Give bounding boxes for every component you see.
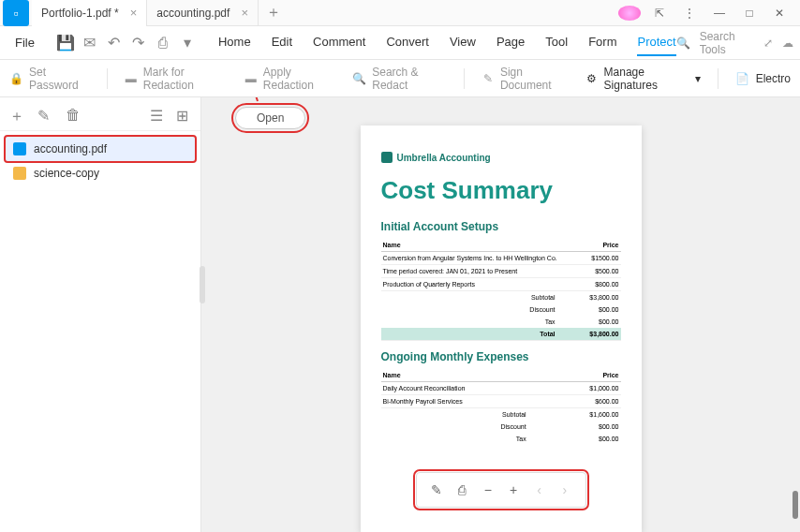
cloud-icon[interactable]: ☁ xyxy=(782,37,793,50)
mail-icon[interactable]: ✉ xyxy=(81,35,98,52)
expand-icon[interactable]: ⤢ xyxy=(763,37,773,50)
mark-redaction-button[interactable]: ▬Mark for Redaction xyxy=(125,66,228,92)
file-menu[interactable]: File xyxy=(6,36,44,50)
search-icon[interactable]: 🔍 xyxy=(676,37,690,50)
sidebar: ＋ ✎ 🗑 ☰ ⊞ accounting.pdf science-copy xyxy=(0,97,201,532)
menu-comment[interactable]: Comment xyxy=(313,29,365,56)
menu-convert[interactable]: Convert xyxy=(386,29,429,56)
menu-edit[interactable]: Edit xyxy=(272,29,292,56)
document-preview: Umbrella Accounting Cost Summary Initial… xyxy=(361,126,642,532)
section-heading: Ongoing Monthly Expenses xyxy=(381,350,621,363)
maximize-icon[interactable]: □ xyxy=(738,7,761,20)
scrollbar[interactable] xyxy=(793,491,798,519)
document-canvas: Open Umbrella Accounting Cost Summary In… xyxy=(201,97,800,532)
tab-accounting[interactable]: accounting.pdf × xyxy=(147,0,259,26)
titlebar: ▫ Portfolio-1.pdf * × accounting.pdf × ＋… xyxy=(0,0,800,26)
set-password-button[interactable]: 🔒Set Password xyxy=(9,66,90,92)
apply-icon: ▬ xyxy=(244,71,258,86)
save-icon[interactable]: 💾 xyxy=(57,35,74,52)
section-heading: Initial Account Setups xyxy=(381,220,621,233)
close-icon[interactable]: × xyxy=(241,6,248,20)
umbrella-icon xyxy=(381,152,393,163)
menu-form[interactable]: Form xyxy=(588,29,616,56)
lock-icon: 🔒 xyxy=(9,71,23,86)
apply-redaction-button[interactable]: ▬Apply Redaction xyxy=(244,66,336,92)
electronic-button[interactable]: 📄Electro xyxy=(735,71,791,86)
doc-title: Cost Summary xyxy=(381,176,621,205)
floating-toolbar: ✎ ⎙ − + ‹ › xyxy=(416,472,586,508)
search-icon: 🔍 xyxy=(352,71,366,86)
annotate-icon[interactable]: ✎ xyxy=(429,482,444,497)
sign-document-button[interactable]: ✎Sign Document xyxy=(481,66,569,92)
prev-page-icon[interactable]: ‹ xyxy=(531,482,546,497)
undo-icon[interactable]: ↶ xyxy=(106,35,123,52)
next-page-icon[interactable]: › xyxy=(557,482,572,497)
kebab-icon[interactable]: ⋮ xyxy=(678,7,701,20)
pdf-file-icon xyxy=(13,142,26,155)
menu-tool[interactable]: Tool xyxy=(545,29,568,56)
menu-protect[interactable]: Protect xyxy=(637,29,675,56)
zoom-out-icon[interactable]: − xyxy=(481,482,496,497)
ai-icon[interactable] xyxy=(618,6,641,21)
close-icon[interactable]: × xyxy=(130,6,138,20)
manage-signatures-button[interactable]: ⚙Manage Signatures▾ xyxy=(585,66,701,92)
gear-icon: ⚙ xyxy=(585,71,599,86)
redo-icon[interactable]: ↷ xyxy=(130,35,147,52)
sidebar-item-accounting[interactable]: accounting.pdf xyxy=(6,137,195,161)
folder-icon xyxy=(13,167,26,180)
search-tools[interactable]: Search Tools xyxy=(700,30,735,56)
tab-label: accounting.pdf xyxy=(156,7,230,20)
annotation-arrow xyxy=(231,97,269,103)
tab-label: Portfolio-1.pdf * xyxy=(41,7,119,20)
sidebar-item-label: accounting.pdf xyxy=(34,142,107,155)
tab-portfolio[interactable]: Portfolio-1.pdf * × xyxy=(32,0,147,26)
add-tab-button[interactable]: ＋ xyxy=(259,3,289,22)
cost-table-1: NamePriceConversion from Angular Systems… xyxy=(381,239,621,341)
delete-icon[interactable]: 🗑 xyxy=(66,107,81,122)
protect-toolbar: 🔒Set Password ▬Mark for Redaction ▬Apply… xyxy=(0,60,800,97)
sign-icon: ✎ xyxy=(481,71,495,86)
sidebar-item-science[interactable]: science-copy xyxy=(6,161,195,185)
app-logo: ▫ xyxy=(3,0,29,26)
share-icon[interactable]: ⇱ xyxy=(648,7,671,20)
minimize-icon[interactable]: — xyxy=(708,7,731,20)
zoom-in-icon[interactable]: + xyxy=(506,482,521,497)
search-redact-button[interactable]: 🔍Search & Redact xyxy=(352,66,447,92)
cost-table-2: NamePriceDaily Account Reconciliation$1,… xyxy=(381,369,621,445)
print-icon[interactable]: ⎙ xyxy=(155,35,171,52)
chevron-down-icon[interactable]: ▾ xyxy=(179,35,196,52)
print-icon[interactable]: ⎙ xyxy=(454,482,469,497)
list-view-icon[interactable]: ☰ xyxy=(150,107,165,122)
brand-name: Umbrella Accounting xyxy=(397,153,491,163)
cert-icon: 📄 xyxy=(735,71,750,86)
grid-view-icon[interactable]: ⊞ xyxy=(176,107,191,122)
close-window-icon[interactable]: ✕ xyxy=(768,7,791,20)
add-icon[interactable]: ＋ xyxy=(9,107,24,122)
sidebar-item-label: science-copy xyxy=(34,167,99,180)
menu-home[interactable]: Home xyxy=(218,29,251,56)
sidebar-resize-handle[interactable] xyxy=(200,266,205,303)
edit-icon[interactable]: ✎ xyxy=(37,107,52,122)
redact-icon: ▬ xyxy=(125,71,138,86)
chevron-down-icon: ▾ xyxy=(695,72,701,85)
menu-page[interactable]: Page xyxy=(496,29,525,56)
menubar: File 💾 ✉ ↶ ↷ ⎙ ▾ HomeEditCommentConvertV… xyxy=(0,26,800,60)
open-button[interactable]: Open xyxy=(235,107,305,129)
menu-view[interactable]: View xyxy=(450,29,476,56)
